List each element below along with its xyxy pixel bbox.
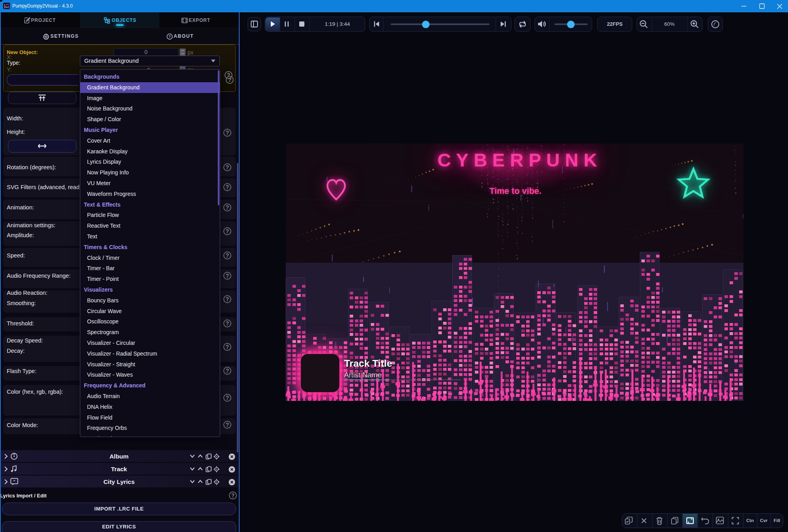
svg-text:“: “ (14, 479, 15, 484)
svg-text:?: ? (168, 34, 171, 39)
